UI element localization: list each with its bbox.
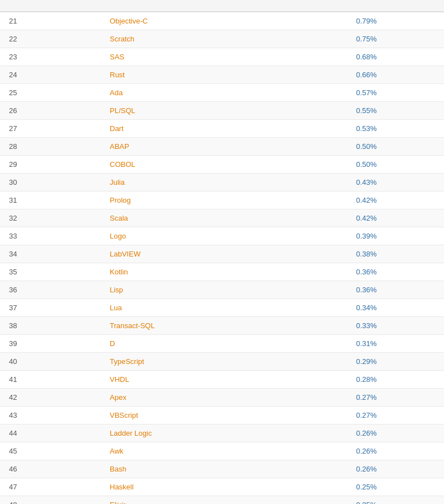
cell-language: D xyxy=(101,335,347,353)
cell-language: TypeScript xyxy=(101,353,347,371)
cell-language: COBOL xyxy=(101,156,347,174)
table-row: 40TypeScript0.29% xyxy=(0,353,444,371)
cell-position: 48 xyxy=(0,496,101,505)
cell-position: 30 xyxy=(0,174,101,192)
table-row: 42Apex0.27% xyxy=(0,389,444,407)
cell-language: PL/SQL xyxy=(101,102,347,120)
cell-language: Lisp xyxy=(101,281,347,299)
cell-language: Apex xyxy=(101,389,347,407)
cell-rating: 0.28% xyxy=(347,371,444,389)
table-row: 48Elixir0.25% xyxy=(0,496,444,505)
cell-position: 42 xyxy=(0,389,101,407)
header-position xyxy=(0,0,101,12)
cell-rating: 0.29% xyxy=(347,353,444,371)
cell-rating: 0.33% xyxy=(347,317,444,335)
rankings-table: 21Objective-C0.79%22Scratch0.75%23SAS0.6… xyxy=(0,0,444,504)
cell-language: LabVIEW xyxy=(101,245,347,263)
cell-rating: 0.26% xyxy=(347,460,444,478)
cell-rating: 0.39% xyxy=(347,227,444,245)
cell-rating: 0.50% xyxy=(347,138,444,156)
cell-position: 43 xyxy=(0,407,101,424)
cell-rating: 0.53% xyxy=(347,120,444,138)
table-row: 33Logo0.39% xyxy=(0,227,444,245)
cell-position: 31 xyxy=(0,192,101,209)
cell-rating: 0.75% xyxy=(347,30,444,48)
table-row: 21Objective-C0.79% xyxy=(0,12,444,30)
cell-rating: 0.26% xyxy=(347,442,444,460)
cell-language: Prolog xyxy=(101,192,347,209)
table-row: 46Bash0.26% xyxy=(0,460,444,478)
cell-language: Scala xyxy=(101,209,347,227)
table-row: 25Ada0.57% xyxy=(0,84,444,102)
cell-position: 25 xyxy=(0,84,101,102)
cell-language: Ladder Logic xyxy=(101,424,347,442)
cell-rating: 0.57% xyxy=(347,84,444,102)
cell-language: Dart xyxy=(101,120,347,138)
cell-rating: 0.27% xyxy=(347,407,444,424)
cell-language: Haskell xyxy=(101,478,347,496)
cell-position: 45 xyxy=(0,442,101,460)
cell-rating: 0.43% xyxy=(347,174,444,192)
table-row: 47Haskell0.25% xyxy=(0,478,444,496)
cell-position: 22 xyxy=(0,30,101,48)
cell-language: Logo xyxy=(101,227,347,245)
cell-rating: 0.26% xyxy=(347,424,444,442)
cell-position: 40 xyxy=(0,353,101,371)
cell-rating: 0.42% xyxy=(347,192,444,209)
cell-position: 46 xyxy=(0,460,101,478)
cell-language: Objective-C xyxy=(101,12,347,30)
cell-position: 28 xyxy=(0,138,101,156)
table-row: 22Scratch0.75% xyxy=(0,30,444,48)
cell-position: 21 xyxy=(0,12,101,30)
cell-rating: 0.38% xyxy=(347,245,444,263)
cell-language: SAS xyxy=(101,48,347,66)
cell-position: 23 xyxy=(0,48,101,66)
cell-position: 34 xyxy=(0,245,101,263)
table-row: 24Rust0.66% xyxy=(0,66,444,84)
table-row: 45Awk0.26% xyxy=(0,442,444,460)
table-row: 38Transact-SQL0.33% xyxy=(0,317,444,335)
table-row: 23SAS0.68% xyxy=(0,48,444,66)
cell-language: Scratch xyxy=(101,30,347,48)
cell-position: 35 xyxy=(0,263,101,281)
cell-language: Awk xyxy=(101,442,347,460)
cell-language: VBScript xyxy=(101,407,347,424)
table-row: 28ABAP0.50% xyxy=(0,138,444,156)
table-row: 26PL/SQL0.55% xyxy=(0,102,444,120)
table-row: 30Julia0.43% xyxy=(0,174,444,192)
table-row: 29COBOL0.50% xyxy=(0,156,444,174)
table-row: 31Prolog0.42% xyxy=(0,192,444,209)
cell-position: 32 xyxy=(0,209,101,227)
cell-language: Elixir xyxy=(101,496,347,505)
cell-rating: 0.31% xyxy=(347,335,444,353)
cell-rating: 0.36% xyxy=(347,281,444,299)
cell-position: 47 xyxy=(0,478,101,496)
table-row: 43VBScript0.27% xyxy=(0,407,444,424)
table-container: 21Objective-C0.79%22Scratch0.75%23SAS0.6… xyxy=(0,0,444,504)
cell-rating: 0.79% xyxy=(347,12,444,30)
cell-rating: 0.50% xyxy=(347,156,444,174)
cell-position: 27 xyxy=(0,120,101,138)
table-row: 27Dart0.53% xyxy=(0,120,444,138)
table-row: 34LabVIEW0.38% xyxy=(0,245,444,263)
cell-position: 37 xyxy=(0,299,101,317)
cell-position: 33 xyxy=(0,227,101,245)
cell-rating: 0.25% xyxy=(347,478,444,496)
table-row: 32Scala0.42% xyxy=(0,209,444,227)
cell-language: Julia xyxy=(101,174,347,192)
cell-position: 41 xyxy=(0,371,101,389)
table-row: 44Ladder Logic0.26% xyxy=(0,424,444,442)
cell-position: 26 xyxy=(0,102,101,120)
cell-language: ABAP xyxy=(101,138,347,156)
header-language xyxy=(101,0,347,12)
cell-rating: 0.25% xyxy=(347,496,444,505)
cell-rating: 0.68% xyxy=(347,48,444,66)
table-row: 39D0.31% xyxy=(0,335,444,353)
cell-position: 29 xyxy=(0,156,101,174)
cell-position: 24 xyxy=(0,66,101,84)
cell-rating: 0.55% xyxy=(347,102,444,120)
table-header-row xyxy=(0,0,444,12)
cell-rating: 0.36% xyxy=(347,263,444,281)
table-row: 35Kotlin0.36% xyxy=(0,263,444,281)
cell-language: Lua xyxy=(101,299,347,317)
